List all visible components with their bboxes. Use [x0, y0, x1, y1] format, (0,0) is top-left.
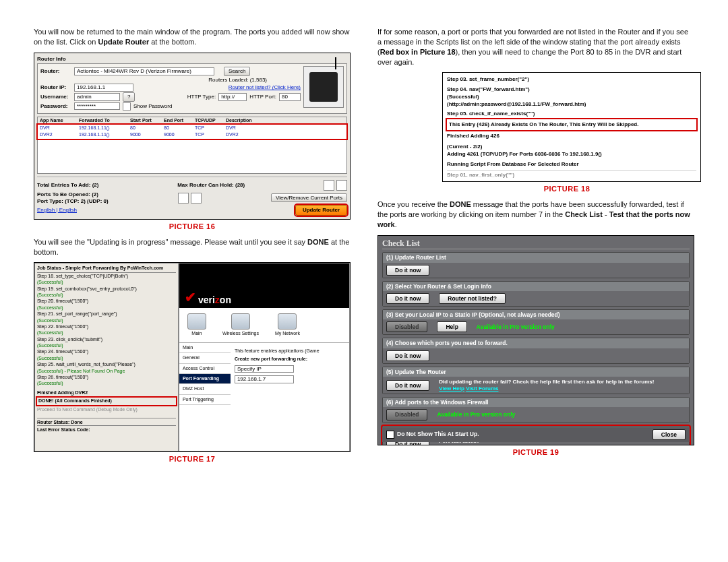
- search-button[interactable]: Search: [224, 67, 250, 76]
- pro-note: Available in Pro version only: [477, 323, 555, 330]
- pro-note: Available in Pro version only: [437, 411, 515, 418]
- router-image: [303, 66, 344, 108]
- script-step: (Successful): [37, 343, 176, 348]
- verizon-check-icon: ✔: [185, 289, 196, 305]
- script-step: (Successful): [37, 330, 176, 336]
- script-step: Step 26. timeout("1500"): [37, 375, 176, 380]
- script-step: Step 19. set_combobox("svc_entry_protoco…: [37, 286, 176, 292]
- picture-16: Router Info Router: Actiontec - MI424WR …: [34, 53, 351, 220]
- checklist-item-4: (4) Choose which ports you need to forwa…: [382, 338, 690, 363]
- checklist-item-1: (1) Update Router ListDo it now: [382, 252, 690, 278]
- router-ip-input[interactable]: 192.168.1.1: [74, 84, 133, 92]
- checklist-item-6: (6) Add ports to the Windows FirewallDis…: [382, 397, 690, 423]
- menu-dmz[interactable]: DMZ Host: [179, 384, 231, 394]
- picture-19: Check List (1) Update Router ListDo it n…: [377, 235, 694, 445]
- para-right-2: Once you receive the DONE message that t…: [377, 199, 694, 230]
- script-step: (Successful): [37, 381, 176, 386]
- para-left-2: You will see the "Updating is in progres…: [34, 237, 351, 257]
- nav-wireless[interactable]: Wireless Settings: [222, 313, 259, 336]
- update-router-button[interactable]: Update Router: [295, 205, 347, 216]
- tool-icon[interactable]: [191, 193, 202, 204]
- table-row[interactable]: DVR2 192.168.1.11() 9000 9000 TCP DVR2: [38, 131, 346, 138]
- checklist-item-5: (5) Update The RouterDo it nowDid updati…: [382, 367, 690, 394]
- checklist-title: Check List: [382, 239, 690, 249]
- help-link[interactable]: Click Here For Help: [439, 444, 489, 445]
- routers-loaded: Routers Loaded: (1,583): [208, 77, 267, 84]
- do-it-now-button[interactable]: Do it now: [386, 380, 429, 391]
- help-button[interactable]: Help: [437, 321, 466, 332]
- script-step: (Successful): [37, 318, 176, 323]
- caption-16: PICTURE 16: [34, 222, 351, 230]
- help-link[interactable]: View Help: [439, 385, 464, 392]
- do-it-now-button[interactable]: Do it now: [386, 293, 429, 304]
- script-step: Step 23. click_onclick("submit"): [37, 337, 176, 342]
- script-step: Step 25. wait_until_words_not_found("Ple…: [37, 362, 176, 367]
- script-step: (Successful) - Please Not Found On Page: [37, 369, 176, 374]
- picture-18: Step 03. set_frame_number("2") Step 04. …: [442, 72, 701, 182]
- tool-icon[interactable]: [178, 193, 189, 204]
- menu-main[interactable]: Main: [179, 343, 231, 353]
- caption-17: PICTURE 17: [34, 455, 351, 463]
- menu-general[interactable]: General: [179, 353, 231, 363]
- status-icon[interactable]: [336, 180, 347, 191]
- script-step: Step 24. timeout("1500"): [37, 349, 176, 354]
- script-step: (Successful): [37, 292, 176, 298]
- checklist-item-3: (3) Set your Local IP to a Static IP (Op…: [382, 309, 690, 335]
- show-password-checkbox[interactable]: [123, 102, 131, 111]
- table-row[interactable]: DVR 192.168.1.11() 80 80 TCP DVR: [38, 125, 346, 131]
- http-port-input[interactable]: 80: [279, 93, 301, 101]
- ip-input[interactable]: 192.168.1.7: [235, 375, 294, 383]
- script-step: Step 20. timeout("1500"): [37, 299, 176, 304]
- language-link[interactable]: English | English: [37, 207, 77, 214]
- startup-checkbox[interactable]: [386, 431, 394, 439]
- do-it-now-button[interactable]: Do it now: [386, 350, 429, 361]
- router-not-listed-button[interactable]: Router not listed?: [439, 293, 506, 304]
- job-status-title: Job Status - Simple Port Forwarding By P…: [37, 266, 176, 272]
- router-select[interactable]: Actiontec - MI424WR Rev D (Verizon Firmw…: [74, 67, 214, 75]
- password-input[interactable]: *********: [74, 102, 120, 111]
- help-icon[interactable]: ?: [123, 92, 135, 102]
- script-step: (Successful): [37, 305, 176, 311]
- script-step: Step 22. timeout("1500"): [37, 324, 176, 330]
- menu-access[interactable]: Access Control: [179, 364, 231, 374]
- do-it-now-button[interactable]: Do it now: [386, 265, 429, 276]
- para-right-1: If for some reason, a port or ports that…: [377, 27, 694, 67]
- caption-19: PICTURE 19: [377, 448, 694, 456]
- specify-ip-select[interactable]: Specify IP: [235, 365, 294, 373]
- forums-link[interactable]: Visit Forums: [466, 385, 498, 392]
- menu-portfwd[interactable]: Port Forwarding: [179, 374, 231, 384]
- username-input[interactable]: admin: [74, 93, 120, 101]
- disabled-button: Disabled: [386, 409, 427, 420]
- feature-desc: This feature enables applications (Game: [235, 348, 345, 354]
- checklist-item-2: (2) Select Your Router & Set Login InfoD…: [382, 281, 690, 307]
- nav-network[interactable]: My Network: [275, 313, 300, 336]
- script-step: Step 21. set_port_range("port_range"): [37, 311, 176, 317]
- router-not-listed-link[interactable]: Router not listed? (Click Here): [229, 84, 301, 91]
- http-type-select[interactable]: http://: [218, 93, 247, 101]
- menu-trigger[interactable]: Port Triggering: [179, 395, 231, 405]
- script-step: (Successful): [37, 280, 176, 285]
- script-step: (Successful): [37, 356, 176, 361]
- disabled-button: Disabled: [386, 321, 427, 332]
- add-icon[interactable]: [324, 180, 334, 191]
- view-ports-button[interactable]: View/Remove Current Ports: [271, 193, 347, 203]
- picture-17: Job Status - Simple Port Forwarding By P…: [34, 262, 351, 452]
- script-step: Step 18. set_type_choice("TCP|UDP|Both"): [37, 274, 176, 279]
- para-left-1: You will now be returned to the main win…: [34, 27, 351, 47]
- close-button[interactable]: Close: [653, 429, 686, 440]
- nav-main[interactable]: Main: [187, 313, 206, 336]
- caption-18: PICTURE 18: [442, 185, 692, 193]
